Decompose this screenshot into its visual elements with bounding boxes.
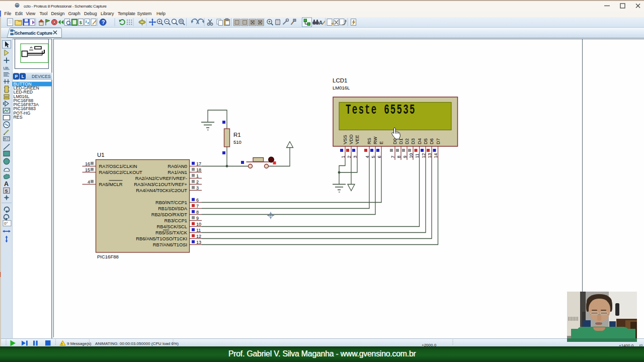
svg-text:9: 9 xyxy=(196,216,199,221)
svg-text:RB5/SS/TX/CK: RB5/SS/TX/CK xyxy=(155,230,188,235)
svg-text:A: A xyxy=(4,180,9,188)
svg-text:$: $ xyxy=(79,20,82,25)
svg-text:ANIMATING: 00:00:03.050000 (CP: ANIMATING: 00:00:03.050000 (CPU load 6%) xyxy=(95,341,179,346)
svg-text:RA4/AN4/T0CKI/C2OUT: RA4/AN4/T0CKI/C2OUT xyxy=(136,188,187,193)
svg-text:1: 1 xyxy=(341,155,346,158)
svg-text:VDD: VDD xyxy=(349,134,354,144)
svg-text:RW: RW xyxy=(373,136,378,144)
svg-text:+1400.0: +1400.0 xyxy=(619,343,634,348)
svg-text:?: ? xyxy=(102,19,105,25)
svg-text:13: 13 xyxy=(427,153,432,158)
svg-text:7: 7 xyxy=(196,204,199,209)
svg-text:R1: R1 xyxy=(233,132,241,138)
svg-text:13: 13 xyxy=(196,240,201,245)
svg-text:L: L xyxy=(22,74,24,79)
svg-text:Tool: Tool xyxy=(40,11,48,16)
svg-text:RB0/INT/CCP1: RB0/INT/CCP1 xyxy=(155,200,187,205)
svg-text:DEVICES: DEVICES xyxy=(32,74,51,79)
svg-text:ccto - Proteus 8 Professional: ccto - Proteus 8 Professional - Schemati… xyxy=(24,4,107,9)
svg-text:Edit: Edit xyxy=(15,11,23,16)
svg-text:2: 2 xyxy=(347,155,352,158)
svg-text:D2: D2 xyxy=(405,138,410,144)
svg-text:D4: D4 xyxy=(417,138,422,144)
svg-text:12: 12 xyxy=(196,234,201,239)
svg-text:17: 17 xyxy=(196,161,201,166)
svg-text:3: 3 xyxy=(196,186,199,191)
svg-text:11: 11 xyxy=(415,153,420,158)
svg-text:E: E xyxy=(379,141,384,144)
svg-text:RA5/MCLR: RA5/MCLR xyxy=(99,182,123,187)
svg-text:2: 2 xyxy=(196,179,199,185)
svg-text:7: 7 xyxy=(390,155,395,158)
svg-text:RES: RES xyxy=(14,115,23,120)
svg-text:D3: D3 xyxy=(411,138,416,144)
svg-text:15: 15 xyxy=(85,167,90,172)
svg-text:View: View xyxy=(26,11,36,16)
svg-text:z: z xyxy=(88,21,90,25)
svg-text:VSS: VSS xyxy=(343,135,348,144)
svg-text:RB6/AN5/T1OSO/T1CKI: RB6/AN5/T1OSO/T1CKI xyxy=(136,236,187,241)
svg-text:10: 10 xyxy=(196,222,201,227)
svg-text:RA2/AN2/CVREF/VREF-: RA2/AN2/CVREF/VREF- xyxy=(135,176,187,181)
svg-text:RA3/AN3/C1OUT/VREF+: RA3/AN3/C1OUT/VREF+ xyxy=(134,182,187,187)
svg-text:System: System xyxy=(137,11,152,16)
svg-text:4: 4 xyxy=(88,179,90,185)
svg-text:RS: RS xyxy=(367,138,372,144)
svg-text:RA0/AN0: RA0/AN0 xyxy=(168,164,187,169)
svg-text:S: S xyxy=(5,189,8,194)
svg-text:D7: D7 xyxy=(436,138,441,144)
svg-text:RB1/SDI/SDA: RB1/SDI/SDA xyxy=(158,206,188,211)
svg-text:0°: 0° xyxy=(4,221,8,226)
svg-text:RB3/CCP1: RB3/CCP1 xyxy=(165,218,187,223)
svg-text:1: 1 xyxy=(196,173,199,178)
svg-text:LBL: LBL xyxy=(4,66,10,69)
svg-text:8: 8 xyxy=(396,155,401,158)
svg-text:P: P xyxy=(15,74,18,79)
svg-text:18: 18 xyxy=(196,167,201,172)
svg-text:14: 14 xyxy=(433,153,438,158)
svg-text:RB7/AN6/T1OSI: RB7/AN6/T1OSI xyxy=(153,242,187,247)
svg-text:Help: Help xyxy=(156,11,166,16)
svg-text:File: File xyxy=(5,11,12,16)
svg-text:D6: D6 xyxy=(429,138,434,144)
svg-text:9: 9 xyxy=(403,155,408,158)
svg-text:Template: Template xyxy=(118,11,135,16)
svg-text:PIC16F88: PIC16F88 xyxy=(97,254,119,259)
svg-text:Teste 65535: Teste 65535 xyxy=(346,102,416,118)
svg-text:5: 5 xyxy=(371,155,376,158)
svg-text:RA6/OSC2/CLKOUT: RA6/OSC2/CLKOUT xyxy=(99,170,143,175)
svg-text:Debug: Debug xyxy=(84,11,97,16)
svg-text:9 Message(s): 9 Message(s) xyxy=(67,341,92,346)
svg-text:3: 3 xyxy=(353,155,358,158)
svg-text:Library: Library xyxy=(101,11,114,16)
svg-text:LCD1: LCD1 xyxy=(333,77,347,83)
svg-text:6: 6 xyxy=(196,198,199,203)
svg-text:D5: D5 xyxy=(423,138,428,144)
svg-text:510: 510 xyxy=(233,139,242,145)
svg-text:LM016L: LM016L xyxy=(333,85,350,90)
svg-text:t?: t? xyxy=(639,343,642,348)
svg-text:12: 12 xyxy=(421,153,426,158)
svg-text:VEE: VEE xyxy=(355,135,360,144)
svg-text:11: 11 xyxy=(196,228,201,233)
svg-text:!: ! xyxy=(61,342,63,346)
svg-text:10: 10 xyxy=(409,153,414,158)
svg-text:U1: U1 xyxy=(97,152,105,158)
svg-text:+2000.0: +2000.0 xyxy=(422,343,437,347)
svg-text:8: 8 xyxy=(196,210,199,215)
svg-text:RB4/SCK/SCL: RB4/SCK/SCL xyxy=(157,224,187,229)
svg-text:Graph: Graph xyxy=(68,11,80,16)
svg-text:Schematic Capture: Schematic Capture xyxy=(15,31,53,36)
svg-text:RB2/SDO/RX/DT: RB2/SDO/RX/DT xyxy=(151,212,188,217)
svg-text:6: 6 xyxy=(377,155,382,158)
svg-text:RA7/OSC1/CLKIN: RA7/OSC1/CLKIN xyxy=(99,164,137,169)
svg-text:A: A xyxy=(319,20,323,26)
svg-text:RA1/AN1: RA1/AN1 xyxy=(168,170,187,175)
svg-text:16: 16 xyxy=(85,161,90,166)
svg-text:4: 4 xyxy=(365,155,370,158)
svg-text:Design: Design xyxy=(51,11,65,16)
